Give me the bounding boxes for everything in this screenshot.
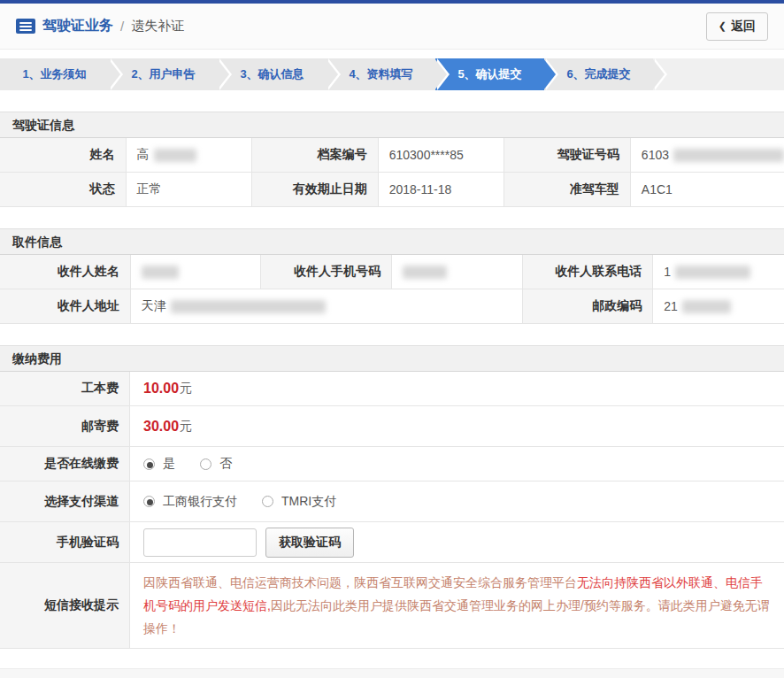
step-nav: 1、业务须知 2、用户申告 3、确认信息 4、资料填写 5、确认提交 6、完成提… <box>0 58 784 90</box>
postage-fee-row: 邮寄费 30.00 元 <box>0 406 784 447</box>
file-no-value: 610300****85 <box>379 138 505 173</box>
pickup-info-section: 取件信息 收件人姓名 收件人手机号码 收件人联系电话 1 收件人地址 天津 邮政… <box>0 228 784 324</box>
file-no-text: 610300****85 <box>389 148 464 162</box>
production-fee-amount: 10.00 <box>143 381 179 397</box>
radio-channel-icbc[interactable]: 工商银行支付 <box>143 494 237 510</box>
radio-online-no[interactable]: 否 <box>200 456 232 472</box>
payment-channel-options: 工商银行支付 TMRI支付 <box>130 482 784 521</box>
online-payment-label: 是否在线缴费 <box>0 447 130 481</box>
recipient-address-label: 收件人地址 <box>0 289 131 324</box>
sms-notice-row: 短信接收提示 因陕西省联通、电信运营商技术问题，陕西省互联网交通安全综合服务管理… <box>0 563 784 649</box>
step-label: 5、确认提交 <box>457 67 521 81</box>
postage-fee-label: 邮寄费 <box>0 406 130 446</box>
redacted-value <box>171 300 326 313</box>
payment-title: 缴纳费用 <box>0 345 784 372</box>
name-value: 高 <box>127 138 253 173</box>
radio-selected-icon <box>143 458 155 470</box>
page-subtitle: 遗失补证 <box>131 18 184 35</box>
sms-code-row: 手机验证码 获取验证码 <box>0 522 784 563</box>
redacted-value <box>673 149 784 162</box>
sms-code-input[interactable] <box>143 528 257 557</box>
name-text: 高 <box>137 147 150 163</box>
radio-label: 否 <box>219 456 232 472</box>
license-info-title: 驾驶证信息 <box>0 112 784 138</box>
footer-action-bar: 上一步 完成 <box>0 668 784 678</box>
get-sms-code-button[interactable]: 获取验证码 <box>265 528 354 558</box>
step-label: 3、确认信息 <box>240 67 304 81</box>
recipient-address-value: 天津 <box>131 289 523 324</box>
postage-fee-amount: 30.00 <box>143 419 179 435</box>
redacted-value <box>154 149 196 162</box>
status-text: 正常 <box>137 181 162 197</box>
license-no-label: 驾驶证号码 <box>504 138 631 173</box>
radio-channel-tmri[interactable]: TMRI支付 <box>262 494 336 510</box>
expiry-value: 2018-11-18 <box>379 173 505 207</box>
production-fee-unit: 元 <box>180 381 192 397</box>
notice-part-1: 因陕西省联通、电信运营商技术问题，陕西省互联网交通安全综合服务管理平台 <box>143 575 577 589</box>
redacted-value <box>142 266 179 279</box>
back-button-label: 返回 <box>731 19 756 35</box>
postal-code-label: 邮政编码 <box>523 289 654 324</box>
redacted-value <box>675 266 750 279</box>
production-fee-value: 10.00 元 <box>130 372 784 405</box>
recipient-phone-value: 1 <box>653 255 784 289</box>
postage-fee-unit: 元 <box>180 419 192 435</box>
vehicle-class-text: A1C1 <box>642 182 673 196</box>
license-no-text: 6103 <box>642 148 669 162</box>
vehicle-class-label: 准驾车型 <box>504 173 631 207</box>
recipient-phone-text: 1 <box>664 265 671 279</box>
breadcrumb-divider: / <box>120 19 124 34</box>
recipient-name-value <box>131 255 262 289</box>
step-1-business-notes: 1、业务须知 <box>0 58 109 90</box>
sms-notice-value: 因陕西省联通、电信运营商技术问题，陕西省互联网交通安全综合服务管理平台无法向持陕… <box>130 563 784 648</box>
status-value: 正常 <box>127 173 253 207</box>
page-title: 驾驶证业务 <box>42 17 113 35</box>
step-label: 2、用户申告 <box>131 67 195 81</box>
recipient-phone-label: 收件人联系电话 <box>523 255 654 289</box>
redacted-value <box>682 300 731 313</box>
pickup-info-table: 收件人姓名 收件人手机号码 收件人联系电话 1 收件人地址 天津 邮政编码 21 <box>0 255 784 324</box>
redacted-value <box>403 266 447 279</box>
radio-label: TMRI支付 <box>281 494 336 510</box>
step-2-user-declaration: 2、用户申告 <box>109 58 218 90</box>
step-6-finish-submit: 6、完成提交 <box>544 58 653 90</box>
step-label: 4、资料填写 <box>349 67 412 81</box>
recipient-address-text: 天津 <box>142 298 166 314</box>
payment-channel-label: 选择支付渠道 <box>0 482 130 521</box>
recipient-name-label: 收件人姓名 <box>0 255 131 289</box>
license-form-icon <box>16 19 35 34</box>
expiry-text: 2018-11-18 <box>389 182 452 196</box>
step-5-confirm-submit-active: 5、确认提交 <box>435 58 544 90</box>
radio-online-yes[interactable]: 是 <box>143 456 175 472</box>
recipient-mobile-value <box>392 255 523 289</box>
step-4-fill-data: 4、资料填写 <box>327 58 435 90</box>
license-info-section: 驾驶证信息 姓名 高 档案编号 610300****85 驾驶证号码 6103 … <box>0 112 784 207</box>
step-3-confirm-info: 3、确认信息 <box>218 58 327 90</box>
step-label: 6、完成提交 <box>566 67 630 81</box>
radio-selected-icon <box>143 496 155 507</box>
back-button[interactable]: ❮ 返回 <box>706 12 768 41</box>
payment-channel-row: 选择支付渠道 工商银行支付 TMRI支付 <box>0 482 784 522</box>
radio-label: 是 <box>163 456 175 472</box>
chevron-left-icon: ❮ <box>719 20 726 32</box>
postal-code-text: 21 <box>664 299 678 313</box>
license-no-value: 6103 <box>631 138 784 173</box>
step-label: 1、业务须知 <box>22 67 86 81</box>
breadcrumb: 驾驶证业务 / 遗失补证 <box>16 17 184 35</box>
page: 驾驶证业务 / 遗失补证 ❮ 返回 1、业务须知 2、用户申告 3、确认信息 4… <box>0 0 784 678</box>
payment-section: 缴纳费用 工本费 10.00 元 邮寄费 30.00 元 是否在线缴费 是 <box>0 345 784 649</box>
page-header: 驾驶证业务 / 遗失补证 ❮ 返回 <box>0 4 784 50</box>
production-fee-label: 工本费 <box>0 372 130 405</box>
sms-notice-text: 因陕西省联通、电信运营商技术问题，陕西省互联网交通安全综合服务管理平台无法向持陕… <box>143 563 784 648</box>
recipient-mobile-label: 收件人手机号码 <box>261 255 392 289</box>
radio-unselected-icon <box>262 496 273 507</box>
online-payment-row: 是否在线缴费 是 否 <box>0 447 784 482</box>
expiry-label: 有效期止日期 <box>252 173 379 207</box>
postage-fee-value: 30.00 元 <box>130 406 784 446</box>
file-no-label: 档案编号 <box>252 138 379 173</box>
sms-code-label: 手机验证码 <box>0 522 130 562</box>
postal-code-value: 21 <box>653 289 784 324</box>
radio-unselected-icon <box>200 458 211 470</box>
sms-notice-label: 短信接收提示 <box>0 563 130 648</box>
status-label: 状态 <box>0 173 127 207</box>
